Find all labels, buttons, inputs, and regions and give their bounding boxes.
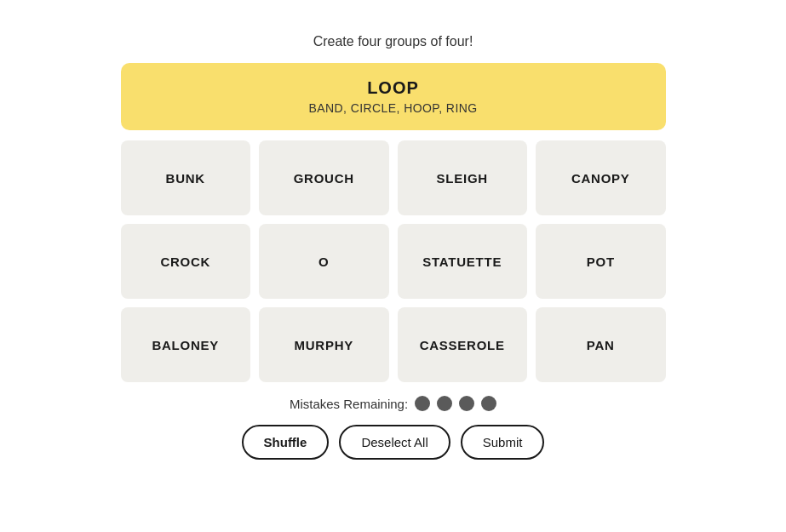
mistakes-label: Mistakes Remaining: xyxy=(290,397,408,411)
card-11[interactable]: PAN xyxy=(536,307,666,382)
mistakes-remaining-row: Mistakes Remaining: xyxy=(290,396,496,411)
card-10[interactable]: CASSEROLE xyxy=(398,307,528,382)
solved-group: LOOP BAND, CIRCLE, HOOP, RING xyxy=(121,63,666,130)
mistake-dot-1 xyxy=(415,396,430,411)
mistake-dot-2 xyxy=(437,396,452,411)
card-3[interactable]: CANOPY xyxy=(536,140,666,215)
instruction-text: Create four groups of four! xyxy=(313,34,473,49)
card-1[interactable]: GROUCH xyxy=(259,140,389,215)
card-9[interactable]: MURPHY xyxy=(259,307,389,382)
solved-group-title: LOOP xyxy=(138,78,649,98)
card-grid: BUNKGROUCHSLEIGHCANOPYCROCKOSTATUETTEPOT… xyxy=(121,140,666,382)
submit-button[interactable]: Submit xyxy=(461,425,545,460)
card-6[interactable]: STATUETTE xyxy=(398,224,528,299)
card-8[interactable]: BALONEY xyxy=(121,307,251,382)
mistake-dot-3 xyxy=(459,396,474,411)
game-container: Create four groups of four! LOOP BAND, C… xyxy=(121,34,666,460)
card-2[interactable]: SLEIGH xyxy=(398,140,528,215)
card-5[interactable]: O xyxy=(259,224,389,299)
card-7[interactable]: POT xyxy=(536,224,666,299)
card-0[interactable]: BUNK xyxy=(121,140,251,215)
deselect-all-button[interactable]: Deselect All xyxy=(339,425,450,460)
card-4[interactable]: CROCK xyxy=(121,224,251,299)
action-buttons: Shuffle Deselect All Submit xyxy=(242,425,545,460)
mistake-dot-4 xyxy=(481,396,496,411)
shuffle-button[interactable]: Shuffle xyxy=(242,425,330,460)
solved-group-members: BAND, CIRCLE, HOOP, RING xyxy=(138,101,649,115)
